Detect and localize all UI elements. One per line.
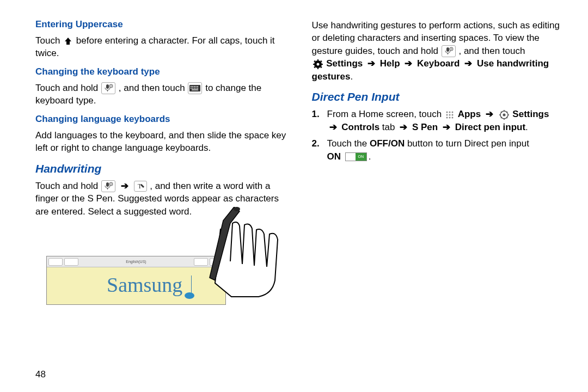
svg-rect-30	[313, 64, 315, 65]
svg-rect-29	[317, 68, 318, 69]
svg-point-36	[446, 111, 448, 113]
svg-rect-8	[195, 86, 197, 87]
svg-point-38	[451, 111, 453, 113]
handwriting-language: English(US)	[126, 260, 146, 264]
svg-point-21	[234, 207, 240, 211]
hand-with-pen-icon	[182, 207, 297, 305]
svg-rect-12	[194, 88, 195, 89]
svg-point-25	[451, 48, 452, 50]
svg-rect-28	[317, 59, 318, 61]
left-column: Entering Uppercase Touch before entering…	[35, 19, 287, 376]
svg-rect-9	[197, 86, 198, 87]
svg-point-27	[316, 63, 319, 65]
svg-rect-10	[191, 88, 192, 89]
svg-rect-11	[192, 88, 193, 89]
label-direct-pen-input: Direct pen input	[455, 122, 525, 132]
para-keyboard-type: Touch and hold , and then touch	[35, 82, 287, 107]
toggle-on-icon: ON	[345, 152, 367, 161]
svg-text:T: T	[138, 182, 142, 190]
svg-point-43	[449, 117, 450, 118]
arrow-icon: ➔	[121, 180, 128, 192]
step-2: Touch the OFF/ON button to turn Direct p…	[312, 137, 564, 163]
svg-rect-15	[192, 89, 198, 90]
label-spen: S Pen	[412, 122, 438, 132]
svg-rect-7	[194, 86, 195, 87]
arrow-icon: ➔	[367, 57, 375, 70]
handwriting-figure: English(US) Samsung	[46, 234, 253, 310]
hw-key	[64, 258, 78, 266]
arrow-icon: ➔	[329, 121, 337, 134]
arrow-icon: ➔	[405, 57, 412, 70]
svg-point-40	[449, 114, 450, 115]
gear-icon	[313, 59, 323, 70]
svg-rect-5	[191, 86, 192, 87]
arrow-icon: ➔	[464, 57, 472, 70]
svg-point-3	[111, 85, 112, 87]
hw-key	[48, 258, 63, 266]
label-on: ON	[327, 151, 341, 162]
keyboard-icon	[188, 82, 202, 94]
svg-point-42	[446, 117, 448, 118]
apps-grid-icon	[445, 110, 455, 120]
handwriting-sample-text: Samsung	[107, 273, 182, 297]
label-off-on: OFF/ON	[370, 138, 405, 149]
svg-rect-6	[192, 86, 193, 87]
para-gestures: Use handwriting gestures to perform acti…	[312, 19, 564, 83]
label-apps: Apps	[458, 109, 481, 119]
mic-gear-icon	[442, 45, 456, 57]
heading-handwriting: Handwriting	[35, 162, 287, 175]
label-settings: Settings	[512, 109, 549, 119]
path-keyboard: Keyboard	[417, 58, 460, 69]
mic-gear-icon	[101, 82, 115, 94]
path-settings: Settings	[326, 58, 363, 69]
svg-rect-16	[106, 182, 109, 187]
svg-point-46	[503, 113, 505, 116]
svg-point-41	[451, 114, 453, 115]
step-1: From a Home screen, touch Apps ➔	[312, 108, 564, 134]
svg-rect-14	[197, 88, 198, 89]
para-lang-keyboards: Add languages to the keyboard, and then …	[35, 129, 287, 155]
svg-point-44	[451, 117, 453, 118]
svg-point-19	[111, 183, 112, 185]
svg-rect-22	[446, 47, 449, 52]
arrow-icon: ➔	[486, 108, 493, 121]
svg-point-37	[449, 111, 450, 113]
toggle-knob: ON	[356, 153, 366, 161]
para-uppercase: Touch before entering a character. For a…	[35, 34, 287, 60]
heading-lang-keyboards: Changing language keyboards	[35, 114, 287, 125]
heading-direct-pen: Direct Pen Input	[312, 90, 564, 103]
pen-t-icon: T	[134, 181, 147, 192]
arrow-icon: ➔	[443, 121, 450, 134]
steps-list: From a Home screen, touch Apps ➔	[312, 108, 564, 163]
heading-keyboard-type: Changing the keyboard type	[35, 66, 287, 77]
gear-outline-icon	[499, 109, 510, 120]
shift-icon	[63, 36, 73, 46]
svg-rect-13	[195, 88, 197, 89]
label-controls: Controls	[341, 122, 379, 132]
mic-gear-icon	[101, 180, 115, 192]
svg-rect-31	[321, 64, 323, 65]
arrow-icon: ➔	[400, 121, 407, 134]
svg-rect-0	[106, 84, 109, 89]
right-column: Use handwriting gestures to perform acti…	[312, 19, 564, 376]
path-help: Help	[380, 58, 400, 69]
svg-point-39	[446, 114, 448, 115]
heading-uppercase: Entering Uppercase	[35, 19, 287, 30]
page-number: 48	[35, 369, 46, 380]
